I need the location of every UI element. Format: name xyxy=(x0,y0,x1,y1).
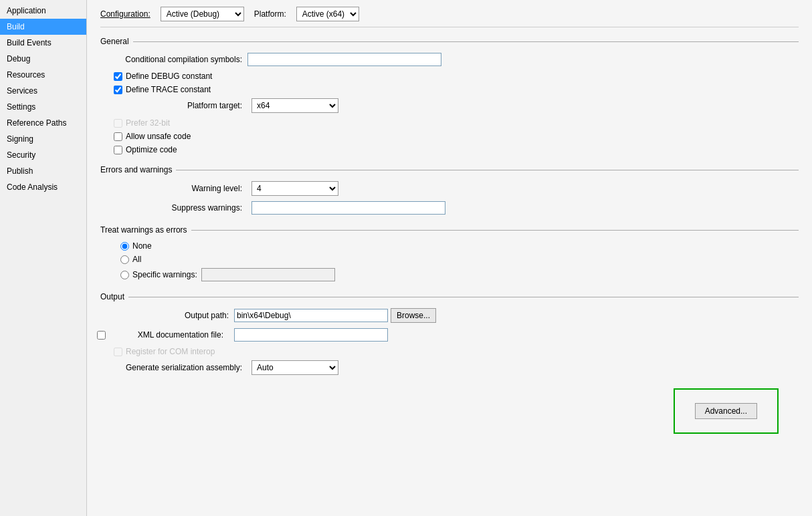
serialization-label: Generate serialization assembly: xyxy=(114,363,247,372)
advanced-button[interactable]: Advanced... xyxy=(695,403,757,419)
suppress-warnings-row: Suppress warnings: xyxy=(100,201,799,215)
sidebar-item-reference-paths[interactable]: Reference Paths xyxy=(0,115,86,131)
sidebar-item-debug[interactable]: Debug xyxy=(0,51,86,67)
treat-warnings-none-radio[interactable] xyxy=(120,242,129,251)
define-debug-row: Define DEBUG constant xyxy=(100,72,799,81)
treat-warnings-all-row: All xyxy=(100,255,799,264)
treat-warnings-none-label: None xyxy=(132,241,152,251)
treat-warnings-specific-radio[interactable] xyxy=(120,271,129,279)
prefer-32bit-label: Prefer 32-bit xyxy=(126,118,170,128)
advanced-area: Advanced... xyxy=(100,388,799,434)
allow-unsafe-label: Allow unsafe code xyxy=(126,132,191,141)
xml-doc-row: XML documentation file: xyxy=(100,328,799,342)
allow-unsafe-row: Allow unsafe code xyxy=(100,132,799,141)
treat-warnings-specific-label: Specific warnings: xyxy=(132,270,197,279)
suppress-warnings-input[interactable] xyxy=(251,201,445,215)
conditional-compilation-label: Conditional compilation symbols: xyxy=(114,55,247,64)
sidebar-item-signing[interactable]: Signing xyxy=(0,131,86,147)
output-path-row: Output path: Browse... xyxy=(100,308,799,323)
define-trace-checkbox[interactable] xyxy=(114,86,122,94)
warning-level-row: Warning level: 4 0 1 2 3 xyxy=(100,181,799,196)
configuration-label: Configuration: xyxy=(100,9,150,19)
sidebar-item-build-events[interactable]: Build Events xyxy=(0,35,86,51)
treat-warnings-none-row: None xyxy=(100,241,799,251)
warning-level-label: Warning level: xyxy=(114,184,247,193)
sidebar-item-publish[interactable]: Publish xyxy=(0,163,86,179)
sidebar-item-resources[interactable]: Resources xyxy=(0,67,86,83)
top-bar: Configuration: Active (Debug) Debug Rele… xyxy=(100,7,799,27)
register-com-row: Register for COM interop xyxy=(100,347,799,356)
sidebar-item-build[interactable]: Build xyxy=(0,19,86,35)
platform-select[interactable]: Active (x64) x64 x86 Any CPU xyxy=(296,7,359,21)
sidebar-item-application[interactable]: Application xyxy=(0,3,86,19)
define-debug-checkbox[interactable] xyxy=(114,72,122,81)
conditional-compilation-input[interactable] xyxy=(247,53,441,66)
sidebar-item-code-analysis[interactable]: Code Analysis xyxy=(0,179,86,195)
optimize-code-checkbox[interactable] xyxy=(114,146,122,154)
sidebar-item-services[interactable]: Services xyxy=(0,83,86,99)
treat-warnings-section-header: Treat warnings as errors xyxy=(100,225,799,235)
treat-warnings-all-label: All xyxy=(132,255,141,264)
optimize-code-row: Optimize code xyxy=(100,145,799,154)
warning-level-select[interactable]: 4 0 1 2 3 xyxy=(251,181,338,196)
allow-unsafe-checkbox[interactable] xyxy=(114,132,122,141)
prefer-32bit-row: Prefer 32-bit xyxy=(100,118,799,128)
serialization-select[interactable]: Auto On Off xyxy=(251,360,338,375)
prefer-32bit-checkbox[interactable] xyxy=(114,119,122,128)
register-com-label: Register for COM interop xyxy=(126,347,215,356)
suppress-warnings-label: Suppress warnings: xyxy=(114,203,247,213)
define-trace-row: Define TRACE constant xyxy=(100,85,799,94)
configuration-select[interactable]: Active (Debug) Debug Release All Configu… xyxy=(161,7,244,21)
platform-label: Platform: xyxy=(254,9,286,19)
sidebar-item-security[interactable]: Security xyxy=(0,147,86,163)
define-debug-label: Define DEBUG constant xyxy=(126,72,212,81)
treat-warnings-specific-input[interactable] xyxy=(201,268,335,281)
sidebar: Application Build Build Events Debug Res… xyxy=(0,0,87,516)
optimize-code-label: Optimize code xyxy=(126,145,177,154)
platform-target-row: Platform target: x64 x86 Any CPU xyxy=(100,98,799,113)
output-path-label: Output path: xyxy=(114,311,234,320)
treat-warnings-all-radio[interactable] xyxy=(120,255,129,264)
platform-target-label: Platform target: xyxy=(114,101,247,110)
define-trace-label: Define TRACE constant xyxy=(126,85,211,94)
general-section-header: General xyxy=(100,37,799,46)
main-content: Configuration: Active (Debug) Debug Rele… xyxy=(87,0,812,516)
xml-doc-input[interactable] xyxy=(234,328,388,342)
advanced-box: Advanced... xyxy=(674,388,779,434)
register-com-checkbox[interactable] xyxy=(114,348,122,356)
errors-warnings-section-header: Errors and warnings xyxy=(100,165,799,174)
conditional-compilation-row: Conditional compilation symbols: xyxy=(100,53,799,66)
xml-doc-checkbox[interactable] xyxy=(97,331,106,340)
platform-target-select[interactable]: x64 x86 Any CPU xyxy=(251,98,338,113)
serialization-row: Generate serialization assembly: Auto On… xyxy=(100,360,799,375)
browse-button[interactable]: Browse... xyxy=(391,308,436,323)
output-path-input[interactable] xyxy=(234,309,388,322)
output-section-header: Output xyxy=(100,292,799,301)
sidebar-item-settings[interactable]: Settings xyxy=(0,99,86,115)
xml-doc-label: XML documentation file: xyxy=(108,330,229,340)
treat-warnings-specific-row: Specific warnings: xyxy=(100,268,799,281)
